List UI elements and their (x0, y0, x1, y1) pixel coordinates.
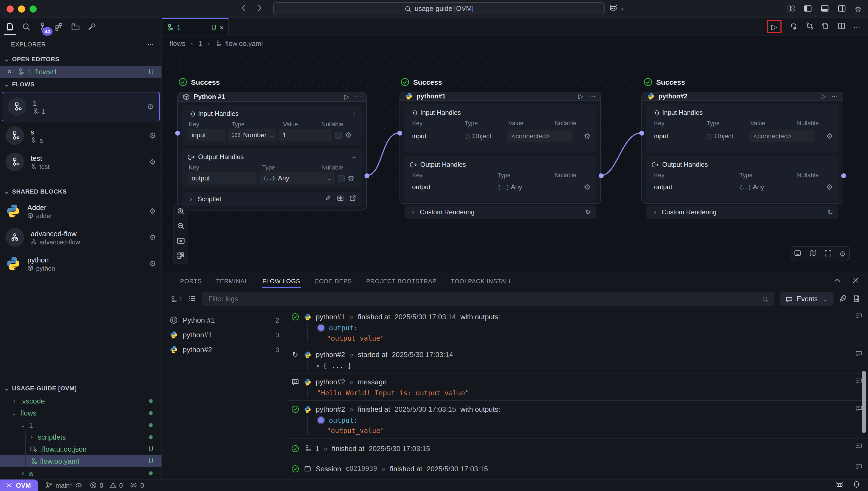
export-logs-icon[interactable] (853, 294, 860, 304)
workspace-header[interactable]: ⌄ USAGE-GUIDE [OVM] (0, 382, 161, 395)
group-list-toggle-icon[interactable] (188, 294, 196, 304)
copilot-status-icon[interactable] (835, 480, 844, 490)
copilot-menu[interactable]: ⌄ (608, 3, 626, 12)
tree-item-1[interactable]: ⌄ 1 (0, 419, 161, 431)
handle-settings-gear-icon[interactable]: ⚙ (345, 131, 352, 139)
node-play-icon[interactable]: ▷ (578, 92, 584, 100)
flows-section-header[interactable]: ⌄ FLOWS (0, 78, 161, 91)
tab-project-bootstrap[interactable]: PROJECT BOOTSTRAP (359, 272, 444, 290)
notifications-bell-icon[interactable] (853, 481, 860, 490)
secrets-key-icon[interactable] (85, 19, 99, 34)
flow-settings-gear-icon[interactable]: ⚙ (149, 157, 156, 166)
flow-settings-gear-icon[interactable]: ⚙ (147, 102, 154, 111)
close-editor-icon[interactable]: × (8, 68, 14, 76)
node-python-hash1[interactable]: python#1 ▷⋯ Input Handles Key Type (400, 92, 601, 204)
toggle-sidebar-icon[interactable] (804, 4, 812, 14)
tree-item-flow-oo-yaml[interactable]: flow.oo.yamlU (0, 455, 161, 467)
tab-toolpack-install[interactable]: TOOLPACK INSTALL (444, 272, 519, 290)
filter-logs-input[interactable] (207, 295, 762, 304)
output-key-field[interactable] (188, 172, 257, 184)
input-type-select[interactable]: 123Number⌄ (228, 129, 276, 141)
block-settings-gear-icon[interactable]: ⚙ (149, 233, 156, 242)
block-settings-gear-icon[interactable]: ⚙ (149, 259, 156, 268)
zoom-out-icon[interactable] (177, 222, 185, 232)
node-more-icon[interactable]: ⋯ (831, 92, 838, 100)
nullable-checkbox[interactable] (338, 175, 345, 182)
breadcrumb-1[interactable]: 1 (198, 40, 202, 47)
handle-settings-gear-icon[interactable]: ⚙ (584, 183, 591, 191)
tree-item-scriptlets[interactable]: › scriptlets (0, 431, 161, 443)
node-header[interactable]: python#2 ▷⋯ (642, 92, 843, 100)
flows-view-icon[interactable]: 44 (36, 19, 49, 34)
editor-more-actions-icon[interactable]: ⋯ (853, 23, 860, 31)
comment-icon[interactable] (855, 463, 863, 472)
custom-rendering-section[interactable]: › Custom Rendering ↻ (646, 205, 838, 219)
handle-settings-gear-icon[interactable]: ⚙ (584, 132, 591, 141)
customize-layout-icon[interactable] (787, 4, 795, 14)
open-editors-header[interactable]: ⌄ OPEN EDITORS (0, 53, 161, 66)
tree-item-flow-ui-json[interactable]: .flow.ui.oo.jsonU (0, 443, 161, 455)
problems-status[interactable]: 0 0 (90, 482, 123, 489)
refresh-icon[interactable]: ↻ (585, 208, 591, 216)
breadcrumb-flows[interactable]: flows (170, 40, 185, 47)
run-flow-play-icon[interactable]: ▷ (771, 22, 777, 31)
open-external-icon[interactable] (349, 195, 356, 203)
output-port[interactable] (364, 173, 369, 178)
tab-flow-1[interactable]: 1 U × (162, 18, 229, 35)
breadcrumb-file[interactable]: flow.oo.yaml (225, 40, 263, 47)
comment-icon[interactable] (855, 312, 863, 321)
attach-icon[interactable] (325, 195, 332, 203)
node-header[interactable]: python#1 ▷⋯ (400, 92, 600, 100)
nav-back-icon[interactable] (240, 4, 248, 14)
close-window-button[interactable] (6, 5, 14, 12)
split-editor-icon[interactable] (837, 22, 846, 32)
tab-terminal[interactable]: TERMINAL (209, 272, 255, 290)
expand-icon[interactable]: ▸ (317, 363, 320, 369)
folder-view-icon[interactable] (69, 19, 82, 34)
comment-icon[interactable] (855, 405, 863, 413)
shared-block-python[interactable]: python python ⚙ (0, 251, 161, 277)
flow-item-1[interactable]: 1 1 ⚙ (2, 92, 160, 121)
rerun-icon[interactable] (789, 22, 798, 32)
screenshot-icon[interactable] (794, 249, 802, 258)
shared-block-advanced-flow[interactable]: advanced-flow advanced-flow ⚙ (0, 224, 161, 251)
input-port[interactable] (397, 131, 402, 135)
settings-gear-icon[interactable]: ⚙ (855, 5, 862, 13)
add-input-icon[interactable]: + (352, 109, 356, 118)
tab-flow-logs[interactable]: FLOW LOGS (255, 272, 307, 290)
flow-scope[interactable]: 1 (170, 295, 183, 303)
node-play-icon[interactable]: ▷ (821, 92, 826, 100)
log-group-python-hash1[interactable]: python#1 3 (162, 327, 287, 342)
fit-view-icon[interactable] (177, 237, 185, 247)
node-header[interactable]: Python #1 ▷⋯ (178, 92, 366, 102)
log-stream[interactable]: python#1 » finished at 2025/5/30 17:03:1… (287, 308, 868, 479)
command-center-search[interactable]: usage-guide [OVM] (273, 2, 605, 15)
clear-logs-broom-icon[interactable] (839, 294, 847, 304)
breadcrumb[interactable]: flows › 1 › flow.oo.yaml (162, 36, 868, 51)
flow-settings-gear-icon[interactable]: ⚙ (149, 131, 156, 140)
comment-icon[interactable] (855, 377, 863, 386)
shared-block-adder[interactable]: Adder adder ⚙ (0, 198, 161, 224)
output-port[interactable] (841, 173, 846, 178)
node-play-icon[interactable]: ▷ (344, 93, 349, 100)
node-more-icon[interactable]: ⋯ (355, 93, 361, 100)
ports-status[interactable]: 0 (130, 482, 144, 489)
export-file-icon[interactable] (821, 22, 830, 32)
toggle-secondary-sidebar-icon[interactable] (838, 4, 846, 14)
explorer-view-icon[interactable] (3, 19, 17, 34)
log-scrollbar[interactable] (862, 371, 866, 433)
open-editor-item[interactable]: × 1 flows/1 U (0, 66, 161, 78)
output-type-select[interactable]: {..}Any⌄ (260, 172, 335, 184)
log-group-python-1[interactable]: Python #1 2 (162, 313, 287, 327)
remote-indicator[interactable]: OVM (0, 479, 38, 491)
input-key-field[interactable] (188, 129, 225, 141)
explorer-more-icon[interactable]: ⋯ (147, 41, 154, 48)
block-settings-gear-icon[interactable]: ⚙ (149, 207, 156, 215)
input-port[interactable] (175, 131, 180, 135)
comment-icon[interactable] (855, 442, 863, 451)
git-branch-status[interactable]: main* (46, 482, 83, 489)
search-view-icon[interactable] (20, 19, 33, 34)
blocks-view-icon[interactable] (53, 19, 66, 34)
maximize-window-button[interactable] (30, 5, 37, 12)
handle-settings-gear-icon[interactable]: ⚙ (826, 132, 833, 141)
